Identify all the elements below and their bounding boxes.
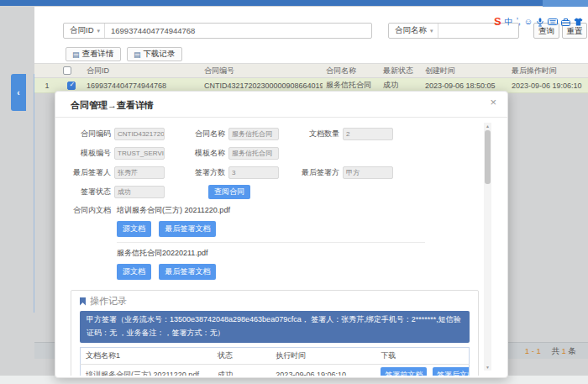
toolbox-icon[interactable] bbox=[561, 18, 570, 26]
op-header-download: 下载 bbox=[375, 347, 469, 364]
operation-records-title: 操作记录 bbox=[71, 291, 478, 311]
field-label: 最后签署方 bbox=[299, 167, 343, 178]
sign-record-banner: 甲方签署（业务流水号：13500e38742048a298e463bea079c… bbox=[80, 311, 470, 343]
top-bar bbox=[0, 0, 588, 6]
emoji-icon[interactable]: ☺ bbox=[524, 16, 533, 28]
sign-status-field[interactable]: 成功 bbox=[114, 186, 165, 198]
header-contract-name: 合同名称 bbox=[323, 64, 380, 78]
field-label: 签署方数 bbox=[185, 167, 228, 178]
modal-title: 合同管理→查看详情 bbox=[71, 99, 154, 112]
contract-code-field[interactable]: CNTID432172023000009086640190312 bbox=[114, 128, 165, 140]
operation-records-panel: 操作记录 甲方签署（业务流水号：13500e38742048a298e463be… bbox=[71, 290, 479, 376]
last-party-field[interactable]: 甲方 bbox=[343, 166, 393, 179]
field-label: 模板名称 bbox=[185, 148, 228, 159]
header-last-op: 最后操作时间 bbox=[508, 64, 588, 78]
op-cell-exec-time: 2023-09-06 19:06:10 bbox=[270, 364, 375, 376]
scroll-up-arrow[interactable]: ▲ bbox=[484, 123, 491, 129]
op-cell-doc-name: 培训服务合同(三方) 20211220.pdf bbox=[81, 364, 213, 376]
bookmark-icon bbox=[80, 297, 86, 306]
panel-left-border bbox=[34, 74, 34, 313]
download-records-button[interactable]: ▤ 下载记录 bbox=[127, 47, 182, 61]
view-contract-button[interactable]: 查阅合同 bbox=[208, 185, 250, 199]
op-header-status: 状态 bbox=[213, 347, 270, 364]
operation-records-table: 文档名称1 状态 执行时间 下载 培训服务合同(三方) 20211220.pdf… bbox=[80, 347, 470, 376]
field-label: 合同编码 bbox=[71, 129, 114, 139]
docs-label: 合同内文档 bbox=[71, 203, 114, 284]
header-status: 最新状态 bbox=[380, 64, 422, 78]
op-table-row: 培训服务合同(三方) 20211220.pdf 成功 2023-09-06 19… bbox=[81, 364, 470, 376]
template-name-field[interactable]: 服务信托合同 bbox=[228, 147, 279, 160]
skin-shirt-icon[interactable] bbox=[574, 18, 583, 26]
contract-docs-section: 合同内文档 培训服务合同(三方) 20211220.pdf 源文档 最后签署文档… bbox=[71, 203, 479, 284]
chevron-down-icon: ▾ bbox=[97, 28, 101, 34]
ime-toolbar: S 中 ’, ☺ bbox=[494, 15, 583, 29]
doc-count-field[interactable]: 2 bbox=[343, 128, 393, 140]
table-header-row: 合同ID 合同编号 合同名称 最新状态 创建时间 最后操作时间 bbox=[34, 64, 588, 78]
document-icon: ▤ bbox=[134, 50, 141, 59]
close-icon[interactable]: × bbox=[490, 97, 496, 108]
doc-name: 培训服务合同(三方) 20211220.pdf bbox=[117, 205, 479, 216]
scroll-down-arrow[interactable]: ▼ bbox=[484, 364, 491, 371]
cell-last-op: 2023-09-06 19:06:10 bbox=[508, 78, 588, 93]
detail-modal: 合同管理→查看详情 × 合同编码CNTID4321720230000090866… bbox=[55, 91, 508, 378]
header-created: 创建时间 bbox=[422, 64, 508, 78]
docs-divider bbox=[117, 242, 425, 243]
op-table-header-row: 文档名称1 状态 执行时间 下载 bbox=[81, 347, 470, 364]
document-icon: ▤ bbox=[72, 50, 80, 59]
chinese-mode-icon[interactable]: 中 bbox=[505, 16, 513, 28]
field-label: 模板编号 bbox=[71, 148, 114, 159]
search-field-type-select[interactable]: 合同ID ▾ bbox=[64, 24, 105, 38]
op-header-exec-time: 执行时间 bbox=[270, 347, 375, 364]
party-count-field[interactable]: 3 bbox=[228, 166, 279, 179]
search-field-type-label: 合同ID bbox=[70, 25, 94, 36]
contract-id-input[interactable]: 1699374404774944768 bbox=[105, 24, 371, 38]
keyboard-icon[interactable] bbox=[548, 18, 558, 26]
doc-name: 服务信托合同20220211.pdf bbox=[117, 248, 479, 259]
field-label: 文档数量 bbox=[299, 129, 343, 139]
pagination-range: 1 - 1 bbox=[525, 346, 541, 355]
field-label: 最后签署人 bbox=[71, 167, 114, 178]
template-no-field[interactable]: TRUST_SERVICE_AG bbox=[114, 147, 165, 160]
microphone-icon[interactable] bbox=[536, 18, 544, 27]
punctuation-icon[interactable]: ’, bbox=[517, 16, 521, 28]
sogou-logo-icon[interactable]: S bbox=[494, 16, 501, 28]
last-signed-doc-button[interactable]: 最后签署文档 bbox=[159, 264, 216, 280]
header-contract-no: 合同编号 bbox=[201, 64, 323, 78]
modal-scrollbar[interactable]: ▲ ▼ bbox=[484, 123, 491, 371]
view-details-button[interactable]: ▤ 查看详情 bbox=[66, 47, 121, 61]
chevron-down-icon: ▾ bbox=[430, 28, 433, 34]
search-contract-id-group: 合同ID ▾ 1699374404774944768 bbox=[63, 23, 372, 39]
pagination-total: 共 1 条 bbox=[551, 346, 576, 355]
field-label: 合同名称 bbox=[185, 129, 228, 139]
last-signer-field[interactable]: 张秀芹 bbox=[114, 166, 165, 179]
pre-sign-doc-button[interactable]: 签署前文档 bbox=[381, 367, 427, 376]
last-signed-doc-button[interactable]: 最后签署文档 bbox=[159, 221, 216, 237]
scrollbar-thumb[interactable] bbox=[485, 130, 491, 184]
modal-body: 合同编码CNTID432172023000009086640190312 合同名… bbox=[71, 118, 479, 376]
search-field-type-select[interactable]: 合同名称 ▾ bbox=[389, 24, 438, 38]
op-cell-status: 成功 bbox=[213, 364, 270, 376]
contract-name-field[interactable]: 服务信托合同 bbox=[228, 128, 279, 140]
field-label: 签署状态 bbox=[71, 187, 114, 197]
chevron-left-icon: ‹ bbox=[17, 88, 19, 97]
source-doc-button[interactable]: 源文档 bbox=[117, 221, 151, 237]
search-field-type-label: 合同名称 bbox=[395, 25, 427, 36]
sidebar-collapse-button[interactable]: ‹ bbox=[11, 74, 26, 111]
download-records-label: 下载记录 bbox=[144, 49, 176, 60]
screen: S 中 ’, ☺ ‹ 合同ID ▾ 1699374404774944768 bbox=[0, 0, 588, 384]
select-all-checkbox[interactable] bbox=[63, 66, 71, 75]
post-sign-doc-button[interactable]: 签署后文档 bbox=[433, 367, 470, 376]
op-header-doc-name: 文档名称1 bbox=[81, 347, 213, 364]
view-details-label: 查看详情 bbox=[82, 49, 114, 60]
header-contract-id: 合同ID bbox=[83, 64, 201, 78]
row-checkbox[interactable] bbox=[67, 82, 76, 90]
source-doc-button[interactable]: 源文档 bbox=[117, 264, 151, 280]
contracts-table: 合同ID 合同编号 合同名称 最新状态 创建时间 最后操作时间 1 169937… bbox=[34, 63, 588, 93]
